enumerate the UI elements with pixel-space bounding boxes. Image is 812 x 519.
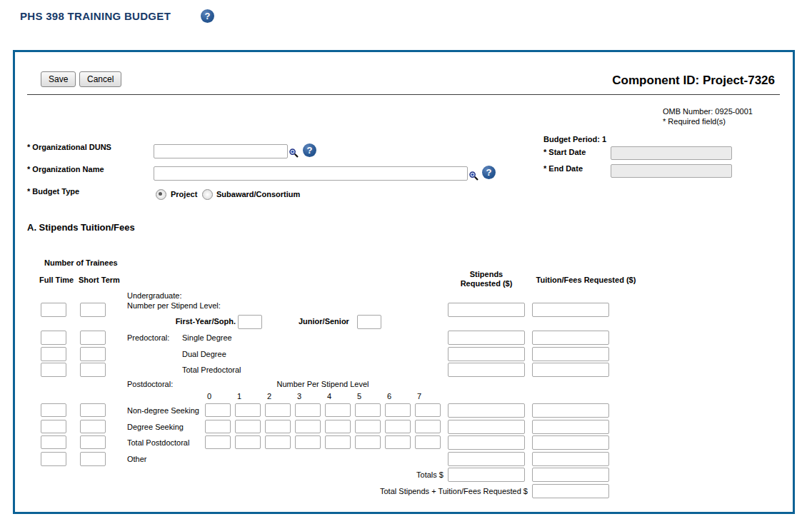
end-date-label: * End Date — [543, 164, 583, 173]
number-per-stipend-level-header: Number Per Stipend Level — [205, 380, 441, 388]
non-degree-stipends-input[interactable] — [448, 403, 525, 418]
org-name-label: * Organization Name — [27, 165, 104, 173]
required-note: * Required field(s) — [663, 117, 726, 126]
degree-seeking-level-3-input[interactable] — [295, 420, 321, 433]
end-date-input — [611, 164, 732, 178]
degree-seeking-level-6-input[interactable] — [385, 420, 411, 433]
totals-label: Totals $ — [357, 470, 443, 479]
other-short-term-input[interactable] — [80, 452, 106, 466]
non-degree-level-5-input[interactable] — [355, 403, 381, 417]
budget-type-subaward-label[interactable]: Subaward/Consortium — [216, 190, 300, 198]
single-degree-tuition-input[interactable] — [532, 331, 609, 345]
section-a-heading: A. Stipends Tuition/Fees — [27, 222, 135, 233]
first-year-input[interactable] — [238, 315, 262, 329]
other-full-time-input[interactable] — [41, 452, 66, 466]
undergraduate-stipends-input[interactable] — [448, 303, 525, 317]
non-degree-full-time-input[interactable] — [41, 403, 66, 417]
org-name-lookup-magnifier-icon[interactable] — [468, 171, 479, 184]
org-name-help-icon[interactable]: ? — [482, 166, 496, 179]
question-glyph: ? — [307, 145, 313, 156]
total-postdoctoral-short-term-input — [80, 435, 106, 449]
duns-lookup-magnifier-icon[interactable] — [289, 148, 299, 161]
non-degree-short-term-input[interactable] — [80, 403, 106, 417]
stipend-level-5-header: 5 — [357, 392, 361, 400]
single-degree-stipends-input[interactable] — [448, 331, 525, 345]
help-icon[interactable]: ? — [201, 9, 214, 23]
duns-input[interactable] — [154, 144, 288, 158]
non-degree-level-3-input[interactable] — [295, 403, 321, 417]
other-stipends-input[interactable] — [448, 452, 525, 466]
degree-seeking-full-time-input[interactable] — [41, 420, 66, 433]
start-date-input — [611, 146, 732, 160]
undergraduate-full-time-input[interactable] — [41, 303, 66, 317]
budget-type-project-radio[interactable] — [156, 189, 166, 200]
total-postdoctoral-tuition-input — [532, 435, 609, 450]
grand-total-label: Total Stipends + Tuition/Fees Requested … — [271, 487, 528, 495]
degree-seeking-level-4-input[interactable] — [325, 420, 351, 433]
phs398-training-budget-page: PHS 398 TRAINING BUDGET ? Save Cancel Co… — [0, 0, 812, 519]
total-postdoctoral-level-5-input — [355, 435, 381, 449]
single-degree-full-time-input[interactable] — [41, 331, 66, 345]
stipend-level-0-header: 0 — [207, 392, 211, 400]
non-degree-level-7-input[interactable] — [415, 403, 441, 417]
total-postdoctoral-level-4-input — [325, 435, 351, 449]
single-degree-short-term-input[interactable] — [80, 331, 106, 345]
non-degree-level-1-input[interactable] — [235, 403, 261, 417]
total-postdoctoral-level-0-input — [205, 435, 231, 449]
duns-help-icon[interactable]: ? — [303, 143, 316, 157]
page-title: PHS 398 TRAINING BUDGET — [20, 10, 171, 22]
total-predoctoral-short-term-input — [80, 363, 106, 377]
degree-seeking-level-5-input[interactable] — [355, 420, 381, 433]
dual-degree-stipends-input[interactable] — [448, 347, 525, 361]
total-postdoctoral-full-time-input — [41, 435, 66, 449]
budget-period-title: Budget Period: 1 — [543, 135, 606, 143]
budget-type-subaward-radio[interactable] — [202, 189, 213, 200]
budget-type-project-label[interactable]: Project — [171, 190, 197, 198]
trainees-header: Number of Trainees — [44, 258, 118, 267]
junior-senior-label: Junior/Senior — [299, 317, 349, 326]
first-year-label: First-Year/Soph. — [127, 317, 236, 326]
total-postdoctoral-level-7-input — [415, 435, 441, 449]
dual-degree-tuition-input[interactable] — [532, 347, 609, 361]
non-degree-level-2-input[interactable] — [265, 403, 291, 417]
stipend-level-7-header: 7 — [417, 392, 421, 400]
save-button[interactable]: Save — [41, 71, 76, 87]
degree-seeking-stipends-input[interactable] — [448, 420, 525, 434]
non-degree-level-4-input[interactable] — [325, 403, 351, 417]
stipend-level-1-header: 1 — [237, 392, 241, 400]
full-time-header: Full Time — [39, 276, 74, 284]
stipend-level-3-header: 3 — [297, 392, 301, 400]
stipend-level-6-header: 6 — [387, 392, 391, 400]
start-date-label: * Start Date — [543, 148, 586, 156]
dual-degree-short-term-input[interactable] — [80, 347, 106, 361]
postdoctoral-label: Postdoctoral: — [127, 380, 173, 388]
degree-seeking-level-1-input[interactable] — [235, 420, 261, 433]
total-predoctoral-stipends-input — [448, 363, 525, 377]
degree-seeking-short-term-input[interactable] — [80, 420, 106, 433]
question-glyph: ? — [205, 11, 211, 21]
total-postdoctoral-level-1-input — [235, 435, 261, 449]
component-id: Component ID: Project-7326 — [612, 74, 775, 88]
total-postdoctoral-level-2-input — [265, 435, 291, 449]
degree-seeking-level-0-input[interactable] — [205, 420, 231, 433]
junior-senior-input[interactable] — [357, 315, 381, 329]
org-name-input[interactable] — [154, 166, 468, 181]
cancel-button[interactable]: Cancel — [79, 71, 121, 87]
undergraduate-tuition-input[interactable] — [532, 303, 609, 317]
total-predoctoral-tuition-input — [532, 363, 609, 377]
other-tuition-input[interactable] — [532, 452, 609, 466]
non-degree-level-0-input[interactable] — [205, 403, 231, 417]
dual-degree-full-time-input[interactable] — [41, 347, 66, 361]
total-predoctoral-label: Total Predoctoral — [182, 366, 241, 374]
non-degree-tuition-input[interactable] — [532, 403, 609, 418]
header-divider — [27, 94, 780, 95]
stipend-level-2-header: 2 — [267, 392, 271, 400]
degree-seeking-level-7-input[interactable] — [415, 420, 441, 433]
stipends-header-line1: Stipends — [446, 270, 526, 279]
degree-seeking-tuition-input[interactable] — [532, 420, 609, 434]
non-degree-seeking-label: Non-degree Seeking — [127, 406, 199, 415]
degree-seeking-level-2-input[interactable] — [265, 420, 291, 433]
non-degree-level-6-input[interactable] — [385, 403, 411, 417]
totals-tuition-input — [532, 468, 609, 482]
undergraduate-short-term-input[interactable] — [80, 303, 106, 317]
